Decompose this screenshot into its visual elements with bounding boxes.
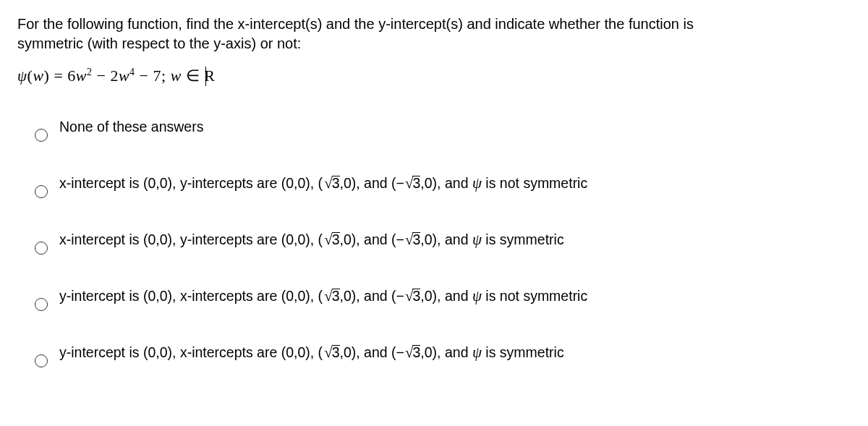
option-1[interactable]: None of these answers xyxy=(35,113,854,142)
sqrt-icon: √3 xyxy=(404,285,420,308)
options-list: None of these answers x-intercept is (0,… xyxy=(17,113,854,367)
sqrt-icon: √3 xyxy=(323,229,339,252)
sqrt-icon: √3 xyxy=(323,341,339,365)
sqrt-icon: √3 xyxy=(404,341,420,365)
option-5-text: y-intercept is (0,0), x-intercepts are (… xyxy=(59,341,854,365)
opt4-prefix: y-intercept is (0,0), x-intercepts are (… xyxy=(59,288,323,304)
opt2-mid1: ,0), and (− xyxy=(340,175,404,191)
opt5-suffix: is symmetric xyxy=(482,344,564,360)
prompt-line2: symmetric (with respect to the y-axis) o… xyxy=(17,35,301,51)
psi-symbol: ψ xyxy=(472,231,482,248)
formula-eq: = xyxy=(54,67,67,85)
opt5-mid1: ,0), and (− xyxy=(340,344,404,360)
sqrt-icon: √3 xyxy=(323,285,339,308)
radio-icon[interactable] xyxy=(35,185,48,198)
psi-symbol: ψ xyxy=(472,174,482,192)
psi-symbol: ψ xyxy=(472,344,482,361)
question-formula: ψ(w) = 6w2 − 2w4 − 7; w ∈ R xyxy=(17,65,854,87)
sqrt-icon: √3 xyxy=(404,229,420,252)
opt5-prefix: y-intercept is (0,0), x-intercepts are (… xyxy=(59,344,323,360)
question-prompt: For the following function, find the x-i… xyxy=(17,14,854,54)
radio-icon[interactable] xyxy=(35,129,48,142)
opt4-mid2: ,0), and xyxy=(420,288,472,304)
opt2-suffix: is not symmetric xyxy=(482,175,587,191)
option-4-text: y-intercept is (0,0), x-intercepts are (… xyxy=(59,285,854,308)
opt2-mid2: ,0), and xyxy=(420,175,472,191)
opt3-mid2: ,0), and xyxy=(420,231,472,247)
opt4-suffix: is not symmetric xyxy=(482,288,587,304)
option-3[interactable]: x-intercept is (0,0), y-intercepts are (… xyxy=(35,226,854,255)
opt2-prefix: x-intercept is (0,0), y-intercepts are (… xyxy=(59,175,323,191)
prompt-line1: For the following function, find the x-i… xyxy=(17,16,694,32)
opt3-suffix: is symmetric xyxy=(482,231,564,247)
radio-icon[interactable] xyxy=(35,354,48,367)
option-2[interactable]: x-intercept is (0,0), y-intercepts are (… xyxy=(35,169,854,198)
option-3-text: x-intercept is (0,0), y-intercepts are (… xyxy=(59,229,854,252)
opt3-prefix: x-intercept is (0,0), y-intercepts are (… xyxy=(59,231,323,247)
option-1-text: None of these answers xyxy=(59,116,854,137)
sqrt-icon: √3 xyxy=(323,172,339,195)
opt5-mid2: ,0), and xyxy=(420,344,472,360)
formula-func: ψ xyxy=(17,67,27,85)
psi-symbol: ψ xyxy=(472,287,482,304)
option-5[interactable]: y-intercept is (0,0), x-intercepts are (… xyxy=(35,338,854,367)
sqrt-icon: √3 xyxy=(404,172,420,195)
option-4[interactable]: y-intercept is (0,0), x-intercepts are (… xyxy=(35,282,854,311)
option-2-text: x-intercept is (0,0), y-intercepts are (… xyxy=(59,172,854,195)
radio-icon[interactable] xyxy=(35,298,48,311)
formula-var: w xyxy=(33,67,43,85)
opt3-mid1: ,0), and (− xyxy=(340,231,404,247)
opt4-mid1: ,0), and (− xyxy=(340,288,404,304)
radio-icon[interactable] xyxy=(35,242,48,255)
